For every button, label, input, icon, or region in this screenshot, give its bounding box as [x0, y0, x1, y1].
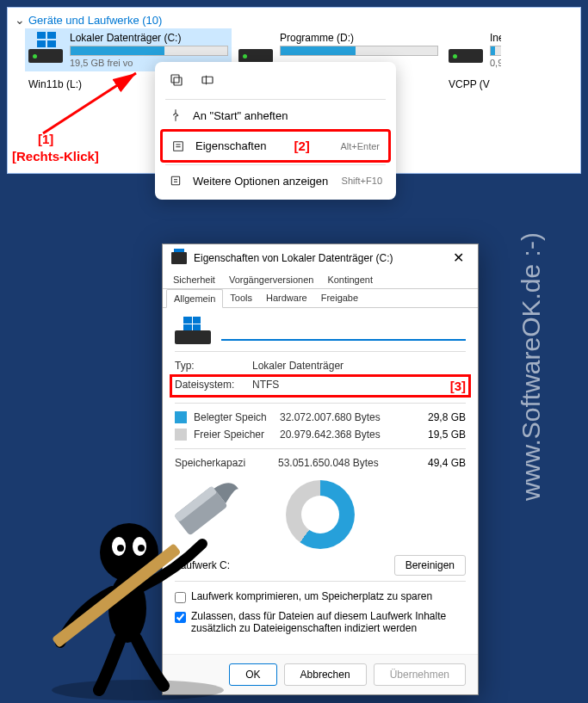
- filesystem-row: Dateisystem: NTFS [3]: [170, 374, 471, 398]
- hammer-figure-illustration: [26, 471, 258, 703]
- svg-rect-2: [202, 77, 213, 83]
- dialog-title: Eigenschaften von Lokaler Datenträger (C…: [194, 252, 393, 264]
- capacity-gb: 49,4 GB: [414, 457, 466, 469]
- svg-point-15: [117, 545, 124, 552]
- used-label: Belegter Speich: [194, 411, 280, 423]
- menu-more-options[interactable]: Weitere Optionen anzeigen Shift+F10: [160, 167, 391, 194]
- volume-name-input[interactable]: [221, 320, 466, 341]
- filesystem-value: NTFS: [252, 379, 450, 393]
- shortcut-text: Alt+Enter: [340, 141, 380, 151]
- dialog-titlebar: Eigenschaften von Lokaler Datenträger (C…: [163, 244, 478, 271]
- drive-icon: [171, 252, 187, 264]
- context-menu: An "Start" anheften Eigenschaften [2] Al…: [155, 62, 396, 200]
- drive-icon: [28, 32, 63, 63]
- drive-inet[interactable]: Inet-CPP 0,99 GB: [445, 28, 501, 71]
- used-bytes: 32.072.007.680 Bytes: [280, 411, 414, 423]
- cleanup-button[interactable]: Bereinigen: [394, 555, 466, 576]
- usage-bar: [280, 46, 438, 56]
- context-toolbar: [160, 67, 391, 97]
- menu-label: Weitere Optionen anzeigen: [193, 175, 328, 188]
- usage-bar: [490, 46, 501, 56]
- tab-sharing[interactable]: Freigabe: [314, 289, 365, 307]
- free-space-text: 0,99 GB: [490, 58, 501, 68]
- type-value: Lokaler Datenträger: [252, 360, 466, 372]
- drive-name: Inet-CPP: [490, 32, 501, 44]
- drive-name: VCPP (V: [449, 78, 498, 90]
- copy-icon[interactable]: [169, 72, 184, 90]
- drive-icon: [449, 32, 483, 63]
- rename-icon[interactable]: [200, 72, 215, 90]
- svg-rect-1: [171, 75, 179, 83]
- menu-label: Eigenschaften: [195, 139, 266, 152]
- cancel-button[interactable]: Abbrechen: [284, 663, 367, 686]
- free-gb: 19,5 GB: [414, 429, 466, 441]
- tabs-row-2: Allgemein Tools Hardware Freigabe: [163, 289, 478, 308]
- tab-hardware[interactable]: Hardware: [259, 289, 314, 307]
- drive-name: Programme (D:): [280, 32, 438, 44]
- tabs-row-1: Sicherheit Vorgängerversionen Kontingent: [163, 271, 478, 289]
- watermark: www.SoftwareOK.de :-): [517, 232, 546, 501]
- drive-icon: [175, 317, 211, 344]
- tab-general[interactable]: Allgemein: [166, 289, 223, 308]
- capacity-label: Speicherkapazi: [175, 457, 278, 469]
- properties-icon: [171, 139, 185, 153]
- svg-rect-7: [171, 176, 179, 184]
- drive-name: Lokaler Datenträger (C:): [70, 32, 228, 44]
- close-button[interactable]: ✕: [448, 250, 469, 266]
- annotation-1: [1]: [38, 132, 53, 146]
- drive-v[interactable]: VCPP (V: [445, 75, 501, 96]
- svg-rect-0: [174, 77, 182, 85]
- tab-security[interactable]: Sicherheit: [166, 271, 222, 288]
- capacity-bytes: 53.051.650.048 Bytes: [278, 457, 414, 469]
- drive-icon: [238, 32, 273, 63]
- section-header[interactable]: Geräte und Laufwerke (10): [15, 11, 573, 28]
- free-swatch: [175, 429, 187, 441]
- annotation-right-click: [Rechts-Klick]: [12, 149, 99, 163]
- used-gb: 29,8 GB: [414, 411, 466, 423]
- pin-icon: [169, 108, 183, 122]
- tab-previous-versions[interactable]: Vorgängerversionen: [222, 271, 320, 288]
- svg-rect-4: [174, 141, 183, 151]
- svg-line-10: [43, 73, 136, 133]
- svg-point-11: [52, 680, 224, 700]
- free-label: Freier Speicher: [194, 429, 280, 441]
- menu-pin-start[interactable]: An "Start" anheften: [160, 102, 391, 129]
- tab-quota[interactable]: Kontingent: [320, 271, 380, 288]
- svg-point-16: [138, 545, 145, 552]
- annotation-3: [3]: [450, 379, 466, 393]
- type-label: Typ:: [175, 360, 252, 372]
- apply-button[interactable]: Übernehmen: [374, 663, 466, 686]
- tab-tools[interactable]: Tools: [223, 289, 259, 307]
- annotation-2: [2]: [294, 139, 309, 153]
- shortcut-text: Shift+F10: [342, 176, 382, 186]
- menu-properties[interactable]: Eigenschaften [2] Alt+Enter: [160, 129, 391, 163]
- used-swatch: [175, 411, 187, 423]
- free-bytes: 20.979.642.368 Bytes: [280, 429, 414, 441]
- more-icon: [169, 174, 183, 188]
- filesystem-label: Dateisystem:: [175, 379, 252, 393]
- menu-label: An "Start" anheften: [193, 109, 288, 122]
- usage-bar: [70, 46, 228, 56]
